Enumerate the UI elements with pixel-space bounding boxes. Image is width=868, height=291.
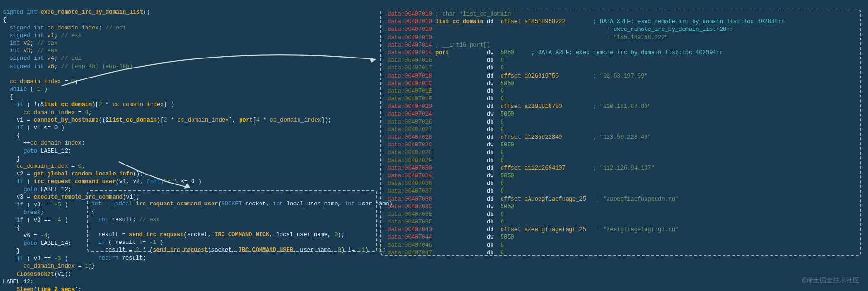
decompiled-function-inner: int __cdecl irc_request_command_user(SOC…	[87, 190, 377, 252]
watermark: @稀土掘金技术社区	[802, 276, 859, 285]
ida-data-section: .data:00407010 ; char *list_cc_domain .d…	[380, 10, 861, 256]
